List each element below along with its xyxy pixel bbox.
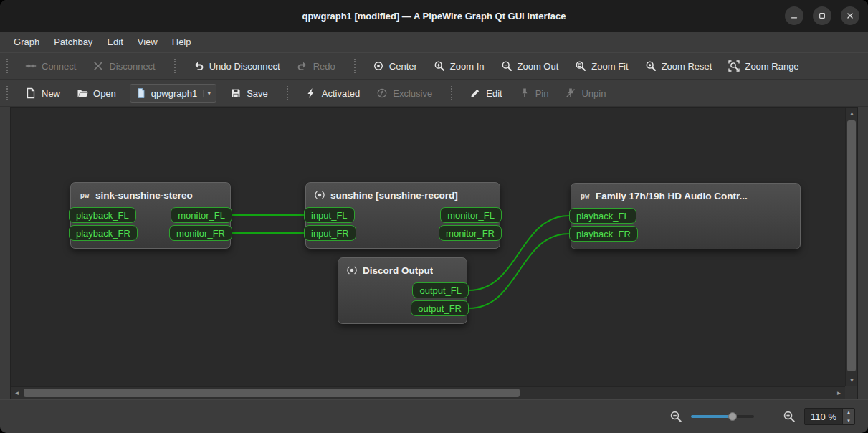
vertical-scrollbar-thumb[interactable] (847, 120, 856, 371)
toolbar-handle[interactable] (451, 86, 454, 100)
session-combo-value: qpwgraph1 (151, 88, 197, 99)
session-combo[interactable]: qpwgraph1▾ (130, 84, 216, 103)
port-monitor-fl[interactable]: monitor_FL (171, 207, 232, 223)
connect-icon (25, 60, 37, 72)
scroll-down-icon[interactable]: ▼ (846, 374, 858, 386)
node-sink-sunshine-stereo[interactable]: pwsink-sunshine-stereoplayback_FLmonitor… (70, 182, 231, 249)
svg-text:pw: pw (80, 191, 90, 199)
toolbar-button-undo-disconnect[interactable]: Undo Disconnect (186, 57, 287, 75)
toolbar-button-unpin[interactable]: Unpin (558, 84, 612, 103)
node-title: Discord Output (363, 265, 433, 276)
node-family-audio[interactable]: pwFamily 17h/19h HD Audio Contr...playba… (571, 183, 801, 249)
scroll-left-icon[interactable]: ◄ (11, 387, 23, 399)
menu-edit[interactable]: Edit (100, 34, 129, 50)
toolbar-handle[interactable] (174, 59, 177, 73)
zoom-out-button[interactable] (669, 410, 682, 423)
toolbar-button-zoom-out[interactable]: Zoom Out (495, 57, 566, 75)
toolbar-button-open[interactable]: Open (70, 84, 123, 103)
toolbar-button-activated[interactable]: Activated (299, 84, 366, 103)
toolbar-button-new[interactable]: New (19, 84, 67, 103)
toolbar-button-disconnect[interactable]: Disconnect (86, 57, 161, 75)
stream-icon (314, 189, 325, 201)
port-input-fr[interactable]: input_FR (304, 225, 356, 241)
toolbar-button-exclusive[interactable]: Exclusive (370, 84, 439, 103)
window-maximize-button[interactable] (813, 6, 831, 25)
window-minimize-button[interactable] (785, 6, 803, 25)
port-playback-fl[interactable]: playback_FL (69, 207, 136, 223)
node-discord-output[interactable]: Discord Outputoutput_FLoutput_FR (338, 257, 467, 324)
toolbar-button-center[interactable]: Center (366, 57, 424, 75)
zoom-spin-up-button[interactable]: ▲ (843, 409, 854, 417)
statusbar: 110 % ▲ ▼ (0, 399, 868, 433)
zoom-spinbox[interactable]: 110 % ▲ ▼ (804, 408, 855, 425)
port-playback-fr[interactable]: playback_FR (69, 225, 138, 241)
graph-canvas[interactable]: pwsink-sunshine-stereoplayback_FLmonitor… (11, 108, 845, 386)
app-window: qpwgraph1 [modified] — A PipeWire Graph … (0, 0, 868, 433)
menubar: GraphPatchbayEditViewHelp (0, 32, 868, 52)
toolbar-handle[interactable] (6, 86, 9, 100)
toolbar-button-connect[interactable]: Connect (19, 57, 82, 75)
toolbar-button-zoom-range[interactable]: Zoom Range (722, 57, 805, 75)
window-close-button[interactable] (841, 6, 859, 25)
titlebar: qpwgraph1 [modified] — A PipeWire Graph … (0, 0, 868, 32)
center-icon (373, 60, 384, 72)
toolbar-handle[interactable] (287, 86, 290, 100)
menu-graph[interactable]: Graph (7, 34, 46, 50)
scroll-up-icon[interactable]: ▲ (846, 108, 858, 120)
zoom-spin-down-button[interactable]: ▼ (843, 417, 854, 425)
toolbar-handle[interactable] (354, 59, 357, 73)
port-output-fl[interactable]: output_FL (412, 282, 469, 298)
zoom-spin-buttons: ▲ ▼ (842, 409, 854, 424)
close-icon (845, 11, 855, 21)
node-title: Family 17h/19h HD Audio Contr... (596, 191, 748, 201)
undo-icon (193, 60, 204, 72)
port-monitor-fl[interactable]: monitor_FL (440, 207, 502, 223)
toolbar-button-zoom-in[interactable]: Zoom In (427, 57, 491, 75)
pin-icon (519, 87, 530, 99)
exclusive-icon (376, 87, 388, 99)
node-sunshine[interactable]: sunshine [sunshine-record]input_FLmonito… (305, 182, 500, 249)
port-monitor-fr[interactable]: monitor_FR (439, 225, 502, 241)
toolbar-button-zoom-fit[interactable]: Zoom Fit (568, 57, 634, 75)
menu-view[interactable]: View (131, 34, 164, 50)
zoom-slider[interactable] (691, 411, 754, 422)
edit-icon (469, 87, 481, 99)
toolbar-button-edit[interactable]: Edit (463, 84, 508, 103)
chevron-down-icon: ▾ (203, 90, 211, 97)
port-input-fl[interactable]: input_FL (304, 207, 355, 223)
toolbar-handle[interactable] (6, 59, 9, 73)
menu-patchbay[interactable]: Patchbay (47, 34, 99, 50)
scroll-right-icon[interactable]: ► (833, 387, 845, 399)
open-icon (77, 87, 88, 99)
vertical-scrollbar[interactable]: ▲ ▼ (845, 108, 857, 386)
port-playback-fl[interactable]: playback_FL (569, 208, 636, 224)
new-icon (25, 87, 37, 99)
zoom-slider-handle[interactable] (728, 412, 737, 421)
port-playback-fr[interactable]: playback_FR (569, 226, 638, 242)
toolbar-button-save[interactable]: Save (224, 84, 275, 103)
node-title: sunshine [sunshine-record] (330, 190, 458, 201)
zoom-value: 110 % (805, 409, 842, 424)
toolbar-button-redo[interactable]: Redo (290, 57, 342, 75)
menu-help[interactable]: Help (166, 34, 198, 50)
pipewire-icon: pw (579, 190, 591, 201)
minimize-icon (789, 11, 799, 21)
zoom-range-icon (728, 60, 740, 72)
zoom-reset-icon (645, 60, 657, 72)
canvas-frame: pwsink-sunshine-stereoplayback_FLmonitor… (10, 107, 858, 399)
disconnect-icon (92, 60, 104, 72)
horizontal-scrollbar[interactable]: ◄ ► (11, 386, 845, 399)
horizontal-scrollbar-thumb[interactable] (24, 389, 520, 397)
toolbar-button-zoom-reset[interactable]: Zoom Reset (639, 57, 719, 75)
pipewire-icon: pw (79, 189, 90, 201)
window-controls (785, 0, 859, 32)
zoom-in-icon (434, 60, 445, 72)
toolbar-button-pin[interactable]: Pin (512, 84, 555, 103)
port-monitor-fr[interactable]: monitor_FR (169, 225, 232, 241)
zoom-in-button[interactable] (783, 410, 796, 423)
toolbar-file: NewOpenqpwgraph1▾SaveActivatedExclusiveE… (0, 80, 868, 107)
stream-icon (346, 265, 358, 276)
redo-icon (297, 60, 308, 72)
port-output-fr[interactable]: output_FR (411, 300, 469, 316)
unpin-icon (565, 87, 576, 99)
